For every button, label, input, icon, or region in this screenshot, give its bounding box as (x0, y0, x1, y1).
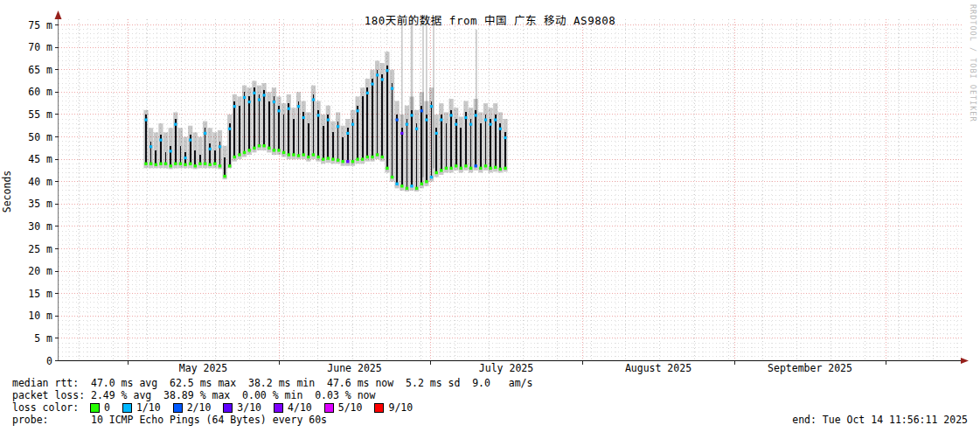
y-tick-label: 40 m (28, 176, 52, 188)
chart-title: 180天前的数据 from 中国 广东 移动 AS9808 (0, 11, 980, 28)
median-rtt-stats: median rtt: 47.0 ms avg 62.5 ms max 38.2… (12, 377, 532, 389)
legend-item: 5/10 (324, 401, 363, 414)
y-tick-label: 5 m (34, 332, 52, 345)
latency-chart-canvas: 05 m10 m15 m20 m25 m30 m35 m40 m45 m50 m… (0, 0, 980, 376)
y-tick-label: 10 m (28, 310, 52, 322)
y-tick-label: 50 m (28, 131, 52, 143)
rrdtool-watermark: RRDTOOL / TOBI OETIKER (969, 4, 977, 122)
x-month-label: June 2025 (327, 362, 381, 374)
y-tick-label: 20 m (28, 265, 52, 277)
legend-item-label: 9/10 (388, 401, 413, 414)
x-month-label: September 2025 (768, 362, 852, 374)
end-timestamp: end: Tue Oct 14 11:56:11 2025 (792, 414, 968, 426)
legend-item: 3/10 (223, 401, 261, 414)
x-month-label: May 2025 (179, 362, 227, 374)
legend-label: loss color: (12, 401, 90, 414)
y-tick-label: 15 m (28, 288, 52, 300)
legend-item: 2/10 (173, 401, 212, 414)
y-tick-label: 45 m (28, 153, 52, 165)
packet-loss-stats: packet loss: 2.49 % avg 38.89 % max 0.00… (12, 389, 375, 401)
y-tick-label: 70 m (28, 41, 52, 53)
loss-color-swatch (223, 403, 233, 413)
loss-color-swatch (274, 403, 283, 413)
legend-item: 4/10 (274, 401, 312, 414)
legend-item-label: 2/10 (187, 401, 212, 414)
y-tick-label: 30 m (28, 220, 52, 233)
y-tick-label: 35 m (28, 198, 52, 210)
legend-item: 1/10 (122, 401, 161, 414)
y-tick-label: 0 (46, 355, 52, 367)
legend-item-label: 1/10 (136, 401, 161, 414)
legend-item-label: 5/10 (338, 401, 363, 414)
loss-color-swatch (90, 403, 100, 413)
loss-color-legend: loss color: 01/102/103/104/105/109/10 (12, 401, 425, 414)
legend-items: 01/102/103/104/105/109/10 (90, 401, 425, 414)
legend-item-label: 3/10 (237, 401, 261, 414)
y-axis-label: Seconds (1, 165, 13, 218)
loss-color-swatch (173, 403, 183, 413)
legend-item: 9/10 (374, 401, 413, 414)
legend-item-label: 0 (104, 401, 110, 414)
x-month-label: July 2025 (479, 362, 533, 374)
y-tick-label: 25 m (28, 243, 52, 255)
x-month-label: August 2025 (625, 362, 692, 374)
probe-info: probe: 10 ICMP Echo Pings (64 Bytes) eve… (12, 414, 327, 426)
loss-color-swatch (324, 403, 334, 413)
loss-color-swatch (122, 403, 132, 413)
y-tick-label: 65 m (28, 64, 52, 76)
y-tick-label: 55 m (28, 108, 52, 121)
legend-item-label: 4/10 (288, 401, 312, 414)
loss-color-swatch (374, 403, 384, 413)
y-tick-label: 60 m (28, 86, 52, 98)
legend-item: 0 (90, 401, 110, 414)
rrdtool-smokeping-graph: 05 m10 m15 m20 m25 m30 m35 m40 m45 m50 m… (0, 0, 980, 432)
